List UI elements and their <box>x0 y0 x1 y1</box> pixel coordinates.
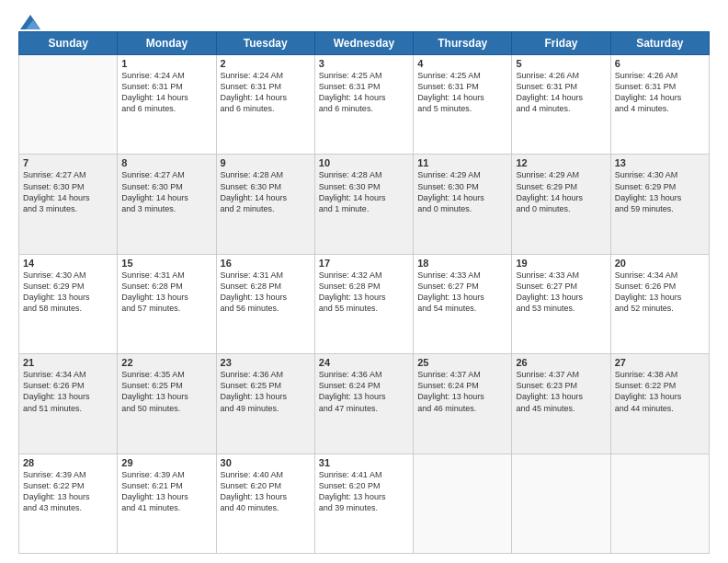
day-number: 29 <box>121 457 211 468</box>
day-info: Sunrise: 4:30 AM Sunset: 6:29 PM Dayligh… <box>23 270 113 315</box>
day-number: 25 <box>417 357 507 368</box>
day-number: 16 <box>221 258 311 269</box>
day-info: Sunrise: 4:33 AM Sunset: 6:27 PM Dayligh… <box>417 270 507 315</box>
table-row: 21Sunrise: 4:34 AM Sunset: 6:26 PM Dayli… <box>19 354 118 454</box>
header <box>18 15 710 26</box>
day-number: 24 <box>319 357 409 368</box>
day-info: Sunrise: 4:26 AM Sunset: 6:31 PM Dayligh… <box>516 70 606 115</box>
day-info: Sunrise: 4:24 AM Sunset: 6:31 PM Dayligh… <box>121 70 211 115</box>
table-row: 15Sunrise: 4:31 AM Sunset: 6:28 PM Dayli… <box>118 254 216 353</box>
day-number: 12 <box>516 157 606 168</box>
day-number: 7 <box>23 157 113 168</box>
day-info: Sunrise: 4:39 AM Sunset: 6:21 PM Dayligh… <box>121 469 211 514</box>
header-row: Sunday Monday Tuesday Wednesday Thursday… <box>19 32 710 55</box>
day-info: Sunrise: 4:27 AM Sunset: 6:30 PM Dayligh… <box>121 169 211 214</box>
day-info: Sunrise: 4:34 AM Sunset: 6:26 PM Dayligh… <box>23 369 113 414</box>
logo-icon <box>20 15 40 29</box>
table-row: 22Sunrise: 4:35 AM Sunset: 6:25 PM Dayli… <box>118 354 216 454</box>
day-info: Sunrise: 4:31 AM Sunset: 6:28 PM Dayligh… <box>121 270 211 315</box>
day-info: Sunrise: 4:40 AM Sunset: 6:20 PM Dayligh… <box>221 469 311 514</box>
table-row: 3Sunrise: 4:25 AM Sunset: 6:31 PM Daylig… <box>314 55 413 155</box>
day-number: 21 <box>23 357 113 368</box>
day-number: 27 <box>615 357 705 368</box>
day-number: 5 <box>516 58 606 69</box>
table-row <box>19 55 118 155</box>
day-number: 26 <box>516 357 606 368</box>
day-number: 2 <box>221 58 311 69</box>
day-number: 22 <box>121 357 211 368</box>
table-row: 11Sunrise: 4:29 AM Sunset: 6:30 PM Dayli… <box>414 155 512 254</box>
day-info: Sunrise: 4:32 AM Sunset: 6:28 PM Dayligh… <box>319 270 409 315</box>
table-row: 13Sunrise: 4:30 AM Sunset: 6:29 PM Dayli… <box>610 155 709 254</box>
table-row: 6Sunrise: 4:26 AM Sunset: 6:31 PM Daylig… <box>610 55 709 155</box>
day-info: Sunrise: 4:24 AM Sunset: 6:31 PM Dayligh… <box>221 70 311 115</box>
day-number: 31 <box>319 457 409 468</box>
day-info: Sunrise: 4:36 AM Sunset: 6:25 PM Dayligh… <box>221 369 311 414</box>
day-info: Sunrise: 4:28 AM Sunset: 6:30 PM Dayligh… <box>319 169 409 214</box>
day-number: 3 <box>319 58 409 69</box>
header-saturday: Saturday <box>610 32 709 55</box>
day-number: 17 <box>319 258 409 269</box>
table-row: 7Sunrise: 4:27 AM Sunset: 6:30 PM Daylig… <box>19 155 118 254</box>
day-info: Sunrise: 4:41 AM Sunset: 6:20 PM Dayligh… <box>319 469 409 514</box>
header-wednesday: Wednesday <box>314 32 413 55</box>
table-row: 30Sunrise: 4:40 AM Sunset: 6:20 PM Dayli… <box>216 454 314 553</box>
table-row: 2Sunrise: 4:24 AM Sunset: 6:31 PM Daylig… <box>216 55 314 155</box>
day-number: 6 <box>615 58 705 69</box>
day-info: Sunrise: 4:25 AM Sunset: 6:31 PM Dayligh… <box>319 70 409 115</box>
day-number: 13 <box>615 157 705 168</box>
header-thursday: Thursday <box>414 32 512 55</box>
table-row: 17Sunrise: 4:32 AM Sunset: 6:28 PM Dayli… <box>314 254 413 353</box>
day-info: Sunrise: 4:36 AM Sunset: 6:24 PM Dayligh… <box>319 369 409 414</box>
day-number: 14 <box>23 258 113 269</box>
day-info: Sunrise: 4:37 AM Sunset: 6:23 PM Dayligh… <box>516 369 606 414</box>
table-row: 29Sunrise: 4:39 AM Sunset: 6:21 PM Dayli… <box>118 454 216 553</box>
day-info: Sunrise: 4:25 AM Sunset: 6:31 PM Dayligh… <box>417 70 507 115</box>
day-number: 8 <box>121 157 211 168</box>
table-row <box>610 454 709 553</box>
table-row: 16Sunrise: 4:31 AM Sunset: 6:28 PM Dayli… <box>216 254 314 353</box>
day-number: 30 <box>221 457 311 468</box>
day-number: 4 <box>417 58 507 69</box>
day-info: Sunrise: 4:39 AM Sunset: 6:22 PM Dayligh… <box>23 469 113 514</box>
day-info: Sunrise: 4:38 AM Sunset: 6:22 PM Dayligh… <box>615 369 705 414</box>
table-row: 25Sunrise: 4:37 AM Sunset: 6:24 PM Dayli… <box>414 354 512 454</box>
day-info: Sunrise: 4:27 AM Sunset: 6:30 PM Dayligh… <box>23 169 113 214</box>
table-row <box>512 454 610 553</box>
day-info: Sunrise: 4:30 AM Sunset: 6:29 PM Dayligh… <box>615 169 705 214</box>
day-number: 18 <box>417 258 507 269</box>
logo <box>18 15 40 26</box>
table-row: 26Sunrise: 4:37 AM Sunset: 6:23 PM Dayli… <box>512 354 610 454</box>
page: Sunday Monday Tuesday Wednesday Thursday… <box>0 0 728 563</box>
header-sunday: Sunday <box>19 32 118 55</box>
table-row: 19Sunrise: 4:33 AM Sunset: 6:27 PM Dayli… <box>512 254 610 353</box>
table-row: 20Sunrise: 4:34 AM Sunset: 6:26 PM Dayli… <box>610 254 709 353</box>
table-row: 5Sunrise: 4:26 AM Sunset: 6:31 PM Daylig… <box>512 55 610 155</box>
header-monday: Monday <box>118 32 216 55</box>
table-row: 31Sunrise: 4:41 AM Sunset: 6:20 PM Dayli… <box>314 454 413 553</box>
day-info: Sunrise: 4:26 AM Sunset: 6:31 PM Dayligh… <box>615 70 705 115</box>
table-row: 9Sunrise: 4:28 AM Sunset: 6:30 PM Daylig… <box>216 155 314 254</box>
table-row <box>414 454 512 553</box>
day-number: 9 <box>221 157 311 168</box>
table-row: 27Sunrise: 4:38 AM Sunset: 6:22 PM Dayli… <box>610 354 709 454</box>
table-row: 18Sunrise: 4:33 AM Sunset: 6:27 PM Dayli… <box>414 254 512 353</box>
table-row: 14Sunrise: 4:30 AM Sunset: 6:29 PM Dayli… <box>19 254 118 353</box>
table-row: 24Sunrise: 4:36 AM Sunset: 6:24 PM Dayli… <box>314 354 413 454</box>
day-info: Sunrise: 4:34 AM Sunset: 6:26 PM Dayligh… <box>615 270 705 315</box>
day-number: 10 <box>319 157 409 168</box>
calendar-table: Sunday Monday Tuesday Wednesday Thursday… <box>18 31 710 554</box>
day-info: Sunrise: 4:33 AM Sunset: 6:27 PM Dayligh… <box>516 270 606 315</box>
day-info: Sunrise: 4:29 AM Sunset: 6:30 PM Dayligh… <box>417 169 507 214</box>
day-info: Sunrise: 4:37 AM Sunset: 6:24 PM Dayligh… <box>417 369 507 414</box>
header-friday: Friday <box>512 32 610 55</box>
header-tuesday: Tuesday <box>216 32 314 55</box>
day-number: 28 <box>23 457 113 468</box>
table-row: 4Sunrise: 4:25 AM Sunset: 6:31 PM Daylig… <box>414 55 512 155</box>
day-number: 11 <box>417 157 507 168</box>
day-number: 1 <box>121 58 211 69</box>
table-row: 1Sunrise: 4:24 AM Sunset: 6:31 PM Daylig… <box>118 55 216 155</box>
table-row: 8Sunrise: 4:27 AM Sunset: 6:30 PM Daylig… <box>118 155 216 254</box>
day-number: 23 <box>221 357 311 368</box>
day-info: Sunrise: 4:28 AM Sunset: 6:30 PM Dayligh… <box>221 169 311 214</box>
